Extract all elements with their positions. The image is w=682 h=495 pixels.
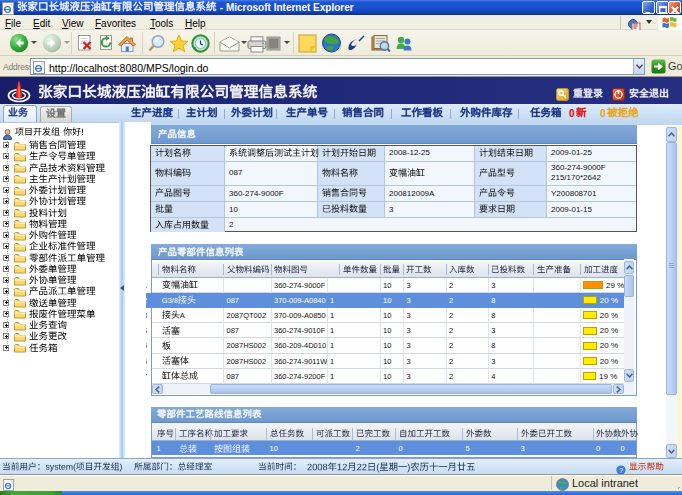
svg-text:?: ? [619, 466, 623, 475]
